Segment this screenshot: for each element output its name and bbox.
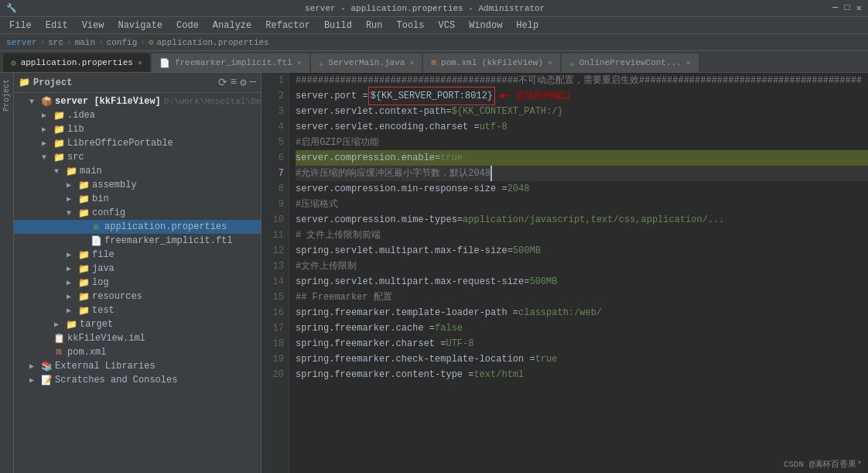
close-btn[interactable]: ✕ bbox=[856, 2, 862, 14]
line-num-11: 11 bbox=[261, 228, 284, 243]
line-num-7: 7 bbox=[261, 166, 284, 181]
menu-item-file[interactable]: File bbox=[3, 19, 38, 33]
tree-item-resources[interactable]: ▶ 📁 resources bbox=[14, 290, 261, 303]
tree-label-test: test bbox=[92, 305, 114, 316]
sidebar-sync-icon[interactable]: ⟳ bbox=[218, 76, 227, 89]
line-num-8: 8 bbox=[261, 181, 284, 197]
line-num-1: 1 bbox=[261, 73, 284, 88]
menu-item-run[interactable]: Run bbox=[360, 19, 389, 33]
tree-item-test[interactable]: ▶ 📁 test bbox=[14, 303, 261, 317]
tree-item-scratches[interactable]: ▶ 📝 Scratches and Consoles bbox=[14, 373, 261, 387]
tab-pom-xml[interactable]: m pom.xml (kkFileView) ✕ bbox=[423, 53, 560, 72]
menu-item-build[interactable]: Build bbox=[318, 19, 358, 33]
tree-item-java[interactable]: ▶ 📁 java bbox=[14, 262, 261, 276]
maximize-btn[interactable]: □ bbox=[845, 2, 850, 14]
editor: 1 2 3 4 5 6 7 8 9 10 11 12 13 14 15 16 1… bbox=[261, 73, 868, 473]
tree-item-main[interactable]: ▼ 📁 main bbox=[14, 164, 261, 178]
code-text-7: #允许压缩的响应缓冲区最小字节数，默认2048 bbox=[296, 166, 490, 181]
tree-item-src[interactable]: ▼ 📁 src bbox=[14, 150, 261, 164]
minimize-btn[interactable]: ─ bbox=[832, 2, 838, 14]
tab-online-close[interactable]: ✕ bbox=[686, 58, 691, 67]
tab-props-close[interactable]: ✕ bbox=[138, 58, 142, 67]
code-line-5: #启用GZIP压缩功能 bbox=[296, 135, 868, 150]
menu-item-navigate[interactable]: Navigate bbox=[111, 19, 169, 33]
folder-icon-config: 📁 bbox=[77, 207, 90, 219]
libs-icon: 📚 bbox=[40, 361, 53, 372]
code-line-13: #文件上传限制 bbox=[296, 259, 868, 274]
breadcrumb-main[interactable]: main bbox=[75, 38, 95, 47]
tree-item-libre[interactable]: ▶ 📁 LibreOfficePortable bbox=[14, 136, 261, 150]
tree-item-bin[interactable]: ▶ 📁 bin bbox=[14, 192, 261, 206]
iml-icon: 📋 bbox=[53, 333, 65, 344]
tree-item-target[interactable]: ▶ 📁 target bbox=[14, 317, 261, 331]
menu-item-help[interactable]: Help bbox=[510, 19, 545, 33]
code-val-6: true bbox=[440, 150, 463, 166]
tab-pom-label: pom.xml (kkFileView) bbox=[441, 58, 543, 67]
tab-pom-close[interactable]: ✕ bbox=[548, 58, 552, 67]
tree-item-app-props[interactable]: ⚙ application.properties bbox=[14, 220, 261, 234]
code-line-2: server.port = ${KK_SERVER_PORT:8012} ◀— … bbox=[296, 88, 868, 104]
breadcrumb-props[interactable]: application.properties bbox=[157, 38, 269, 47]
tree-arrow-ext: ▶ bbox=[29, 362, 40, 371]
menu-item-window[interactable]: Window bbox=[463, 19, 508, 33]
tab-online-preview[interactable]: ☕ OnlinePreviewCont... ✕ bbox=[562, 53, 699, 72]
tree-item-ftl[interactable]: 📄 freemarker_implicit.ftl bbox=[14, 234, 261, 248]
menu-item-view[interactable]: View bbox=[76, 19, 111, 33]
menu-item-analyze[interactable]: Analyze bbox=[207, 19, 258, 33]
code-key-18: spring.freemarker.charset = bbox=[296, 336, 446, 351]
line-num-6: 6 bbox=[261, 150, 284, 166]
title-bar: 🔧 server - application.properties - Admi… bbox=[0, 0, 868, 17]
tab-servermain-java[interactable]: ☕ ServerMain.java ✕ bbox=[311, 53, 422, 72]
line-num-12: 12 bbox=[261, 243, 284, 259]
tab-java-close[interactable]: ✕ bbox=[409, 58, 414, 67]
watermark: CSDN @满杯百香果* bbox=[784, 458, 862, 470]
left-strip-project-label[interactable]: Project bbox=[2, 76, 11, 115]
tree-label-app-props: application.properties bbox=[104, 221, 227, 232]
tree-item-file[interactable]: ▶ 📁 file bbox=[14, 248, 261, 262]
breadcrumb-src[interactable]: src bbox=[48, 38, 63, 47]
menu-item-tools[interactable]: Tools bbox=[391, 19, 431, 33]
tree-arrow-bin: ▶ bbox=[67, 194, 77, 204]
code-key-16: spring.freemarker.template-loader-path = bbox=[296, 305, 518, 320]
folder-icon-idea: 📁 bbox=[53, 110, 65, 122]
tab-freemarker-ftl[interactable]: 📄 freemarker_implicit.ftl ✕ bbox=[152, 53, 309, 72]
tree-item-lib[interactable]: ▶ 📁 lib bbox=[14, 122, 261, 136]
tree-item-idea[interactable]: ▶ 📁 .idea bbox=[14, 108, 261, 122]
tree-item-log[interactable]: ▶ 📁 log bbox=[14, 276, 261, 290]
tree-item-pom[interactable]: m pom.xml bbox=[14, 345, 261, 359]
code-val-10: application/javascript,text/css,applicat… bbox=[463, 212, 724, 228]
menu-item-vcs[interactable]: VCS bbox=[432, 19, 462, 33]
tree-arrow-java: ▶ bbox=[67, 264, 77, 273]
code-line-14: spring.servlet.multipart.max-request-siz… bbox=[296, 274, 868, 290]
sidebar-settings-icon[interactable]: ⚙ bbox=[240, 76, 246, 89]
code-key-6: server.compression.enable bbox=[296, 150, 435, 166]
tab-application-properties[interactable]: ⚙ application.properties ✕ bbox=[3, 53, 150, 72]
folder-icon-assembly: 📁 bbox=[77, 180, 90, 191]
sidebar-close-icon[interactable]: ─ bbox=[250, 76, 256, 89]
sidebar-collapse-icon[interactable]: ≡ bbox=[231, 76, 237, 89]
code-key-10: server.compression.mime-types= bbox=[296, 212, 463, 228]
tree-item-iml[interactable]: 📋 kkFileView.iml bbox=[14, 331, 261, 345]
tree-item-assembly[interactable]: ▶ 📁 assembly bbox=[14, 178, 261, 192]
tree-arrow-scratches: ▶ bbox=[29, 375, 40, 385]
code-line-15: ## Freemarker 配置 bbox=[296, 290, 868, 305]
tree-item-config[interactable]: ▼ 📁 config bbox=[14, 206, 261, 220]
menu-item-code[interactable]: Code bbox=[170, 19, 205, 33]
breadcrumb-config[interactable]: config bbox=[107, 38, 138, 47]
code-line-7: #允许压缩的响应缓冲区最小字节数，默认2048 bbox=[296, 166, 868, 181]
line-num-2: 2 bbox=[261, 88, 284, 104]
line-num-4: 4 bbox=[261, 119, 284, 135]
menu-item-refactor[interactable]: Refactor bbox=[259, 19, 316, 33]
tab-ftl-close[interactable]: ✕ bbox=[297, 58, 302, 67]
line-numbers: 1 2 3 4 5 6 7 8 9 10 11 12 13 14 15 16 1… bbox=[261, 73, 289, 473]
breadcrumb-server[interactable]: server bbox=[6, 38, 37, 47]
tree-item-ext-libs[interactable]: ▶ 📚 External Libraries bbox=[14, 359, 261, 373]
tree-label-resources: resources bbox=[92, 291, 142, 302]
code-area[interactable]: ########################################… bbox=[289, 73, 868, 473]
tree-item-server[interactable]: ▼ 📦 server [kkFileView] D:\work\Hospital… bbox=[14, 94, 261, 108]
tree-label-scratches: Scratches and Consoles bbox=[55, 375, 177, 386]
code-arrow-2: ◀— 启动后的端口 bbox=[498, 88, 571, 104]
menu-item-edit[interactable]: Edit bbox=[39, 19, 74, 33]
breadcrumb-sep-4: › bbox=[140, 38, 145, 47]
code-line-19: spring.freemarker.check-template-locatio… bbox=[296, 351, 868, 367]
